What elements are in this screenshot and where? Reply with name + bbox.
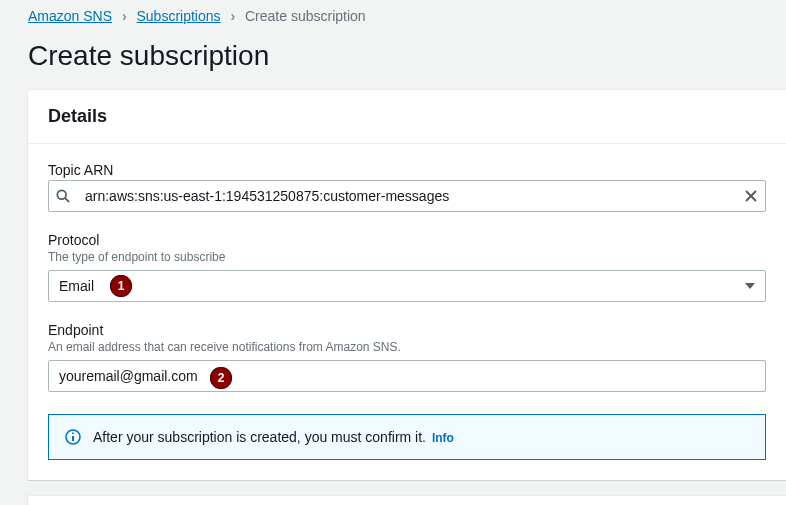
info-banner-text: After your subscription is created, you …	[93, 429, 454, 445]
svg-point-7	[72, 432, 74, 434]
endpoint-label: Endpoint	[48, 322, 766, 338]
breadcrumb-link-subscriptions[interactable]: Subscriptions	[137, 8, 221, 24]
chevron-right-icon: ›	[230, 8, 235, 24]
breadcrumb: Amazon SNS › Subscriptions › Create subs…	[0, 0, 786, 34]
chevron-right-icon: ›	[122, 8, 127, 24]
breadcrumb-current: Create subscription	[245, 8, 366, 24]
page-title: Create subscription	[0, 34, 786, 90]
search-icon	[49, 189, 77, 203]
annotation-badge-2: 2	[210, 367, 232, 389]
next-panel-peek	[28, 496, 786, 505]
info-icon	[65, 429, 81, 445]
topic-arn-label: Topic ARN	[48, 162, 766, 178]
protocol-value: Email	[59, 278, 745, 294]
breadcrumb-link-sns[interactable]: Amazon SNS	[28, 8, 112, 24]
svg-line-1	[65, 198, 69, 202]
details-heading: Details	[48, 106, 766, 127]
details-panel: Details Topic ARN	[28, 90, 786, 480]
endpoint-input[interactable]	[49, 362, 765, 390]
field-endpoint: Endpoint An email address that can recei…	[48, 322, 766, 392]
clear-icon[interactable]	[737, 190, 765, 202]
protocol-select[interactable]: Email	[48, 270, 766, 302]
protocol-hint: The type of endpoint to subscribe	[48, 250, 766, 264]
protocol-label: Protocol	[48, 232, 766, 248]
info-banner: After your subscription is created, you …	[48, 414, 766, 460]
caret-down-icon	[745, 283, 755, 289]
svg-marker-4	[745, 283, 755, 289]
svg-point-0	[57, 190, 66, 199]
endpoint-input-wrap[interactable]	[48, 360, 766, 392]
endpoint-hint: An email address that can receive notifi…	[48, 340, 766, 354]
topic-arn-input-wrap[interactable]	[48, 180, 766, 212]
info-link[interactable]: Info	[432, 431, 454, 445]
field-protocol: Protocol The type of endpoint to subscri…	[48, 232, 766, 302]
panel-header: Details	[28, 90, 786, 144]
topic-arn-input[interactable]	[77, 182, 737, 210]
annotation-badge-1: 1	[110, 275, 132, 297]
field-topic-arn: Topic ARN	[48, 162, 766, 212]
